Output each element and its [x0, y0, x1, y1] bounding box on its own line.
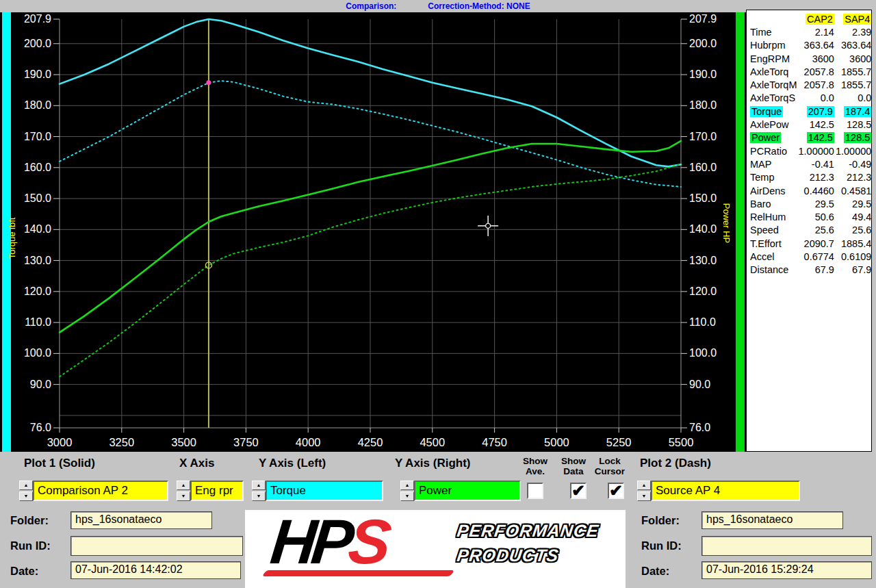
yaxis-right-value[interactable]: Power	[414, 481, 521, 501]
yaxis-left-label: Y Axis (Left)	[259, 457, 326, 470]
show-data-label: ShowData	[557, 456, 590, 476]
table-cell: 0.6109	[835, 250, 872, 263]
y-right-tick-label: 190.0	[689, 68, 717, 80]
y-left-tick-label: 207.9	[24, 13, 51, 25]
table-cell: 0.6774	[798, 250, 835, 263]
table-row: MAP-0.41-0.49	[749, 157, 872, 170]
title-bar: Comparison: Correction-Method: NONE	[0, 0, 876, 12]
table-cell: 67.9	[835, 264, 872, 277]
y-right-tick-label: 180.0	[689, 99, 717, 111]
table-cell: 3600	[798, 52, 835, 65]
table-cell: 212.3	[798, 171, 835, 184]
y-left-tick-label: 150.0	[24, 192, 51, 204]
show-ave-checkbox[interactable]	[527, 483, 543, 499]
table-row: T.Effort2090.71885.4	[749, 237, 872, 250]
table-cell: 0.0	[835, 92, 872, 105]
x-tick-label: 3500	[171, 436, 196, 448]
y-left-tick-label: 100.0	[24, 347, 51, 359]
table-cell: 212.3	[835, 171, 872, 184]
table-row: AxleTorqS0.00.0	[749, 92, 872, 105]
xaxis-label: X Axis	[179, 457, 214, 470]
runid-field-right[interactable]	[701, 536, 872, 556]
y-right-tick-label: 160.0	[689, 162, 717, 173]
table-cell: 1.00000	[798, 144, 835, 157]
folder-field-right[interactable]: hps_16sonataeco	[701, 511, 843, 529]
table-row: AirDens0.44600.4581	[749, 184, 872, 197]
x-tick-label: 5250	[606, 436, 632, 448]
folder-label-right: Folder:	[641, 514, 680, 527]
plot1-value[interactable]: Comparison AP 2	[33, 481, 168, 501]
table-cell: 25.6	[798, 224, 835, 237]
y-left-tick-label: 200.0	[24, 38, 51, 49]
yaxis-right-spinner[interactable]: ▲▼	[400, 481, 414, 501]
plot2-spinner[interactable]: ▲▼	[637, 481, 651, 501]
y-right-tick-label: 76.0	[689, 422, 710, 433]
y-left-tick-label: 180.0	[24, 99, 51, 111]
table-cell: 2.14	[798, 25, 835, 38]
y-right-tick-label: 120.0	[689, 285, 717, 297]
y-right-tick-label: 130.0	[689, 255, 717, 266]
table-cell: 1855.7	[835, 65, 872, 78]
spin-down-icon: ▼	[637, 491, 651, 501]
table-row: Baro29.529.5	[749, 197, 872, 210]
yaxis-left-spinner[interactable]: ▲▼	[252, 481, 266, 501]
spin-up-icon: ▲	[252, 481, 266, 490]
y-right-tick-label: 200.0	[689, 38, 717, 49]
y-right-tick-label: 110.0	[689, 316, 716, 328]
table-cell: 49.4	[835, 210, 872, 223]
hps-logo-panel: HPS PERFORMANCE PRODUCTS	[245, 510, 626, 588]
spin-up-icon: ▲	[637, 481, 651, 490]
table-cell: 50.6	[798, 210, 835, 223]
plot2-value[interactable]: Source AP 4	[651, 481, 800, 501]
table-cell: MAP	[749, 157, 798, 170]
table-cell: AirDens	[749, 184, 798, 197]
x-tick-label: 3750	[233, 436, 259, 448]
table-row: AxlePow142.5128.5	[749, 118, 872, 131]
table-cell: Accel	[749, 250, 798, 263]
chart-plot[interactable]: 207.9207.9200.0200.0190.0190.0180.0180.0…	[0, 12, 746, 452]
plot1-spinner[interactable]: ▲▼	[19, 481, 33, 501]
table-cell: 0.4581	[835, 184, 872, 197]
table-cell: 1855.7	[835, 78, 872, 91]
table-cell: -0.41	[798, 157, 835, 170]
dyno-chart-area[interactable]: 207.9207.9200.0200.0190.0190.0180.0180.0…	[0, 12, 746, 452]
show-data-checkbox[interactable]: ✔	[570, 483, 587, 499]
xaxis-spinner[interactable]: ▲▼	[177, 481, 190, 501]
table-cell: Temp	[749, 171, 798, 184]
y-right-tick-label: 150.0	[689, 192, 717, 204]
y-left-tick-label: 190.0	[24, 68, 51, 80]
date-label-left: Date:	[10, 565, 38, 578]
y-right-tick-label: 140.0	[689, 223, 717, 235]
table-cell: 207.9	[798, 105, 835, 118]
date-field-right[interactable]: 07-Jun-2016 15:29:24	[701, 561, 872, 579]
table-row: AxleTorq2057.81855.7	[749, 65, 872, 78]
yaxis-left-value[interactable]: Torque	[266, 481, 383, 501]
table-cell: Speed	[749, 224, 798, 237]
mouse-crosshair-icon	[486, 223, 491, 228]
table-cell: Power	[749, 131, 798, 144]
xaxis-value[interactable]: Eng rpr	[190, 481, 244, 501]
table-cell: PCRatio	[749, 144, 798, 157]
x-tick-label: 5500	[669, 436, 694, 448]
table-cell: 2057.8	[798, 65, 835, 78]
table-cell: Hubrpm	[749, 39, 798, 52]
spin-up-icon: ▲	[177, 481, 190, 490]
y-right-tick-label: 100.0	[689, 347, 717, 359]
table-row: EngRPM36003600	[749, 52, 872, 65]
channel-column-header	[749, 12, 798, 25]
x-tick-label: 4750	[482, 436, 507, 448]
lock-cursor-checkbox[interactable]: ✔	[608, 483, 624, 499]
table-cell: AxleTorq	[749, 65, 798, 78]
cap2-column-header: CAP2	[798, 12, 835, 25]
x-tick-label: 4250	[358, 436, 383, 448]
date-field-left[interactable]: 07-Jun-2016 14:42:02	[70, 561, 241, 579]
folder-field-left[interactable]: hps_16sonataeco	[70, 511, 212, 529]
spin-up-icon: ▲	[19, 481, 33, 490]
table-cell: Torque	[749, 105, 798, 118]
runid-field-left[interactable]	[70, 536, 243, 556]
y-left-tick-label: 76.0	[30, 422, 51, 433]
table-cell: 187.4	[835, 105, 872, 118]
table-cell: 0.0	[798, 92, 835, 105]
y-left-tick-label: 130.0	[24, 255, 51, 266]
table-cell: 363.64	[835, 39, 872, 52]
